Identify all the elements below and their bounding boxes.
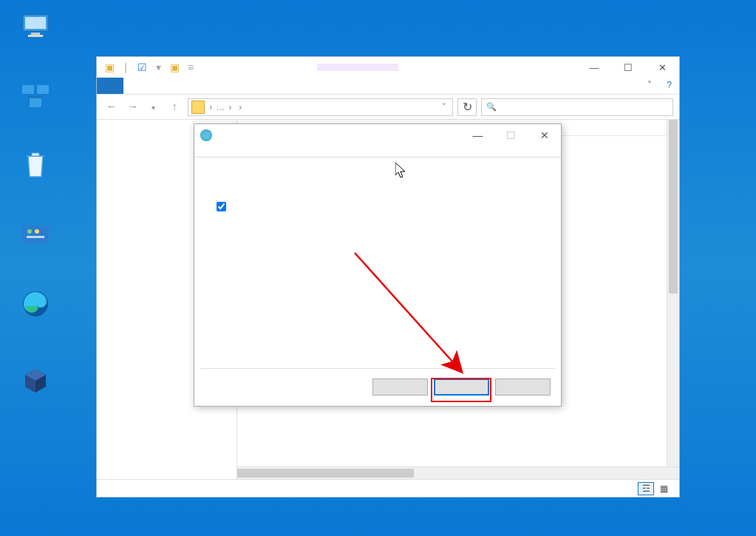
qat: ▣ | ☑ ▾ ▣ ≡ [97,59,199,75]
edge-icon [20,288,51,319]
tab-view[interactable] [171,78,194,94]
desktop-icon-network[interactable] [7,80,64,114]
chevron-right-icon[interactable]: › [208,102,214,112]
desktop-icon-this-pc[interactable] [7,10,64,44]
ribbon: ˅ ? [97,78,679,95]
breadcrumb[interactable]: › … › › ˅ [188,98,453,116]
svg-rect-1 [25,17,46,29]
chevron-right-icon[interactable]: › [237,102,243,112]
titlebar[interactable]: ▣ | ☑ ▾ ▣ ≡ — ☐ ✕ [97,57,679,78]
forward-button[interactable]: → [123,98,141,115]
checkbox-input[interactable] [217,202,226,211]
tab-file[interactable] [97,78,123,94]
desktop-icon-recycle-bin[interactable] [7,149,64,183]
horizontal-scrollbar[interactable] [237,467,679,479]
control-icon [20,219,51,250]
statusbar: ☲ ▦ [97,479,679,497]
autostart-checkbox[interactable] [217,202,539,211]
desktop-icon-edge[interactable] [7,288,64,322]
close-button[interactable]: ✕ [645,57,679,78]
svg-point-9 [35,229,39,234]
svg-rect-4 [22,85,34,94]
chevron-right-icon[interactable]: › [227,102,233,112]
manage-tab[interactable] [317,64,398,71]
maximize-button[interactable]: ☐ [611,57,645,78]
nav-arrows: ← → ▾ ↑ [103,98,183,117]
vbox-icon [20,365,51,396]
chevron-down-icon[interactable]: ˅ [442,102,449,112]
tab-share[interactable] [147,78,171,94]
crumb[interactable]: … [214,102,227,112]
svg-rect-6 [30,98,41,107]
desktop-icon-vbox[interactable] [7,365,64,399]
installer-titlebar[interactable]: — ☐ ✕ [194,124,561,146]
svg-rect-2 [31,33,40,35]
svg-rect-5 [37,85,49,94]
help-button[interactable]: ? [659,78,679,94]
back-button[interactable] [372,379,428,396]
installer-dialog: — ☐ ✕ [194,123,562,407]
folder-icon [191,101,205,114]
vertical-scrollbar[interactable] [667,120,679,467]
qat-sep: | [118,59,134,75]
installer-header [194,146,561,157]
close-button[interactable]: ✕ [528,125,561,146]
tiles-view-icon[interactable]: ▦ [655,482,672,495]
svg-rect-10 [27,236,44,238]
install-button[interactable] [434,379,489,396]
svg-rect-7 [22,225,49,243]
network-icon [20,80,51,111]
folder-icon: ▣ [101,59,118,75]
svg-rect-3 [28,35,43,37]
tab-home[interactable] [123,78,147,94]
addressbar: ← → ▾ ↑ › … › › ˅ ↻ [97,95,679,120]
back-button[interactable]: ← [103,98,120,115]
svg-point-8 [27,229,32,234]
qat-check-icon[interactable]: ☑ [134,59,150,75]
ribbon-collapse[interactable]: ˅ [640,78,659,94]
qat-eq-icon: ≡ [183,59,199,75]
computer-icon [20,10,51,41]
refresh-button[interactable]: ↻ [457,98,477,116]
qat-sep2: ▾ [150,59,166,75]
search-input[interactable] [481,98,673,116]
details-view-icon[interactable]: ☲ [638,482,654,495]
installer-app-icon [200,129,212,141]
up-button[interactable]: ↑ [166,98,183,115]
installer-buttons [372,379,551,396]
folder-icon-2: ▣ [166,59,183,75]
tab-apptools[interactable] [194,78,224,94]
trash-icon [20,149,51,180]
cancel-button[interactable] [495,379,551,396]
divider [200,368,555,369]
window-controls: — ☐ ✕ [577,57,679,78]
minimize-button[interactable]: — [461,125,494,146]
maximize-button: ☐ [494,125,528,146]
recent-button[interactable]: ▾ [145,99,163,117]
minimize-button[interactable]: — [577,57,611,78]
installer-body [194,157,561,211]
desktop-icon-control-panel[interactable] [7,219,64,253]
